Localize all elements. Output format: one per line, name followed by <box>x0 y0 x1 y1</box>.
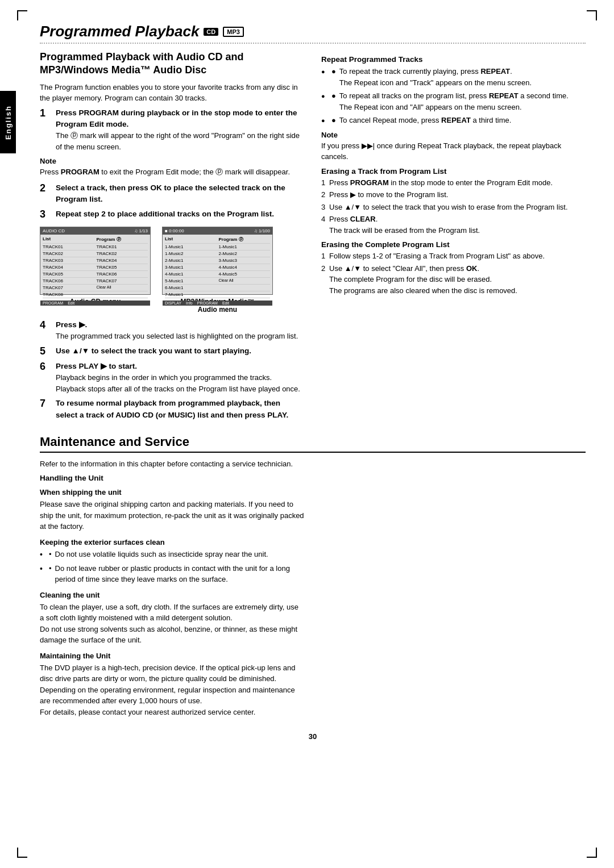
cleaning-title: Cleaning the unit <box>40 591 304 599</box>
step-3: 3 Repeat step 2 to place additional trac… <box>40 208 304 221</box>
screen-1-image: AUDIO CD ♫ 1/13 List Program ⓟ TRACK01TR… <box>40 227 151 295</box>
step-6: 6 Press PLAY ▶ to start. Playback begins… <box>40 361 304 394</box>
corner-mark-bl <box>17 848 27 858</box>
step-2-num: 2 <box>40 182 52 206</box>
main-title-text: Programmed Playback <box>40 23 199 40</box>
maintenance-title: Maintenance and Service <box>40 435 586 453</box>
step-6-body: Playback begins in the order in which yo… <box>56 373 272 382</box>
maintenance-left: Refer to the information in this chapter… <box>40 458 304 721</box>
step-1-content: Press PROGRAM during playback or in the … <box>56 107 304 153</box>
step-6-content: Press PLAY ▶ to start. Playback begins i… <box>56 361 304 394</box>
step-3-title: Repeat step 2 to place additional tracks… <box>56 210 274 218</box>
maintaining-text: The DVD player is a high-tech, precision… <box>40 662 304 718</box>
note-2-title: Note <box>321 131 586 139</box>
step-5-title: Use ▲/▼ to select the track you want to … <box>56 347 251 355</box>
erase-program-title: Erasing the Complete Program List <box>321 240 586 249</box>
step-5-content: Use ▲/▼ to select the track you want to … <box>56 345 304 358</box>
right-column: Repeat Programmed Tracks ● To repeat the… <box>321 51 586 424</box>
maintenance-intro: Refer to the information in this chapter… <box>40 458 304 470</box>
note-2-text: If you press ▶▶| once during Repeat Trac… <box>321 140 586 162</box>
step-7-content: To resume normal playback from programme… <box>56 398 304 421</box>
repeat-bullet-1: ● To repeat the track currently playing,… <box>321 66 586 88</box>
exterior-bullet-2: • Do not leave rubber or plastic product… <box>40 563 304 585</box>
repeat-bullet-2-text: To repeat all tracks on the program list… <box>339 90 569 112</box>
shipping-title: When shipping the unit <box>40 488 304 496</box>
repeat-bullet-3: ● To cancel Repeat mode, press REPEAT a … <box>321 115 586 126</box>
erase-track-title: Erasing a Track from Program List <box>321 167 586 176</box>
screen-2-caption2: Audio menu <box>198 306 237 314</box>
title-divider <box>40 43 586 44</box>
erase-track-step-1: 1 Press PROGRAM in the stop mode to ente… <box>321 177 586 189</box>
repeat-bullets-list: ● To repeat the track currently playing,… <box>321 66 586 126</box>
step-3-content: Repeat step 2 to place additional tracks… <box>56 208 304 221</box>
repeat-bullet-3-text: To cancel Repeat mode, press REPEAT a th… <box>339 115 512 126</box>
exterior-bullet-1: • Do not use volatile liquids such as in… <box>40 549 304 561</box>
main-title-block: Programmed Playback CD MP3 <box>40 23 586 40</box>
maintenance-section: Maintenance and Service Refer to the inf… <box>40 435 586 721</box>
repeat-bullet-2: ● To repeat all tracks on the program li… <box>321 90 586 112</box>
corner-mark-tl <box>17 10 27 20</box>
handling-title: Handling the Unit <box>40 474 304 482</box>
cleaning-text: To clean the player, use a soft, dry clo… <box>40 602 304 646</box>
screen-2-image: ■ 0:00:00 ♫ 1/100 List Program ⓟ 1-Music… <box>162 227 273 295</box>
left-column: Programmed Playback with Audio CD and MP… <box>40 51 304 424</box>
cd-badge: CD <box>204 28 218 36</box>
maintaining-title: Maintaining the Unit <box>40 652 304 660</box>
erase-track-step-2: 2 Press ▶ to move to the Program list. <box>321 189 586 201</box>
erase-program-step-2: 2 Use ▲/▼ to select "Clear All", then pr… <box>321 263 586 297</box>
step-6-body2: Playback stops after all of the tracks o… <box>56 385 300 393</box>
repeat-bullet-1-text: To repeat the track currently playing, p… <box>339 66 532 88</box>
english-tab: English <box>0 91 16 153</box>
note-1: Note Press PROGRAM to exit the Program E… <box>40 157 304 178</box>
step-4-body: The programmed track you selected last i… <box>56 332 298 340</box>
corner-mark-tr <box>587 10 597 20</box>
step-4: 4 Press ▶. The programmed track you sele… <box>40 319 304 342</box>
step-6-title: Press PLAY ▶ to start. <box>56 362 137 370</box>
step-5-num: 5 <box>40 345 52 358</box>
mp3-badge: MP3 <box>223 27 244 37</box>
page: English Programmed Playback CD MP3 Progr… <box>0 0 614 868</box>
erase-track-steps: 1 Press PROGRAM in the stop mode to ente… <box>321 177 586 236</box>
shipping-text: Please save the original shipping carton… <box>40 499 304 532</box>
step-4-content: Press ▶. The programmed track you select… <box>56 319 304 342</box>
note-2: Note If you press ▶▶| once during Repeat… <box>321 131 586 162</box>
erase-program-step-1: 1 Follow steps 1-2 of "Erasing a Track f… <box>321 251 586 262</box>
erase-track-step-4: 4 Press CLEAR. The track will be erased … <box>321 214 586 236</box>
step-2-content: Select a track, then press OK to place t… <box>56 182 304 206</box>
note-1-title: Note <box>40 157 304 165</box>
step-7: 7 To resume normal playback from program… <box>40 398 304 421</box>
maintenance-right <box>321 458 586 721</box>
step-2: 2 Select a track, then press OK to place… <box>40 182 304 206</box>
erase-track-step-3: 3 Use ▲/▼ to select the track that you w… <box>321 202 586 213</box>
step-1: 1 Press PROGRAM during playback or in th… <box>40 107 304 153</box>
step-7-title: To resume normal playback from programme… <box>56 399 288 419</box>
step-3-num: 3 <box>40 208 52 221</box>
erase-program-steps: 1 Follow steps 1-2 of "Erasing a Track f… <box>321 251 586 296</box>
section-heading: Programmed Playback with Audio CD and MP… <box>40 51 304 77</box>
two-column-layout: Programmed Playback with Audio CD and MP… <box>40 51 586 424</box>
screen-2-block: ■ 0:00:00 ♫ 1/100 List Program ⓟ 1-Music… <box>162 227 273 314</box>
step-1-title: Press PROGRAM during playback or in the … <box>56 108 297 128</box>
step-5: 5 Use ▲/▼ to select the track you want t… <box>40 345 304 358</box>
maintenance-two-col: Refer to the information in this chapter… <box>40 458 586 721</box>
note-1-text: Press PROGRAM to exit the Program Edit m… <box>40 166 304 178</box>
exterior-title: Keeping the exterior surfaces clean <box>40 538 304 546</box>
exterior-bullets: • Do not use volatile liquids such as in… <box>40 549 304 585</box>
corner-mark-br <box>587 848 597 858</box>
step-4-title: Press ▶. <box>56 320 87 329</box>
screen-1-block: AUDIO CD ♫ 1/13 List Program ⓟ TRACK01TR… <box>40 227 151 306</box>
step-1-num: 1 <box>40 107 52 153</box>
step-7-num: 7 <box>40 398 52 421</box>
step-6-num: 6 <box>40 361 52 394</box>
intro-text: The Program function enables you to stor… <box>40 82 304 104</box>
repeat-title: Repeat Programmed Tracks <box>321 55 586 64</box>
step-2-title: Select a track, then press OK to place t… <box>56 183 285 203</box>
screens-area: AUDIO CD ♫ 1/13 List Program ⓟ TRACK01TR… <box>40 227 304 314</box>
step-4-num: 4 <box>40 319 52 342</box>
step-1-body: The ⓟ mark will appear to the right of t… <box>56 131 300 151</box>
page-number: 30 <box>40 732 586 741</box>
